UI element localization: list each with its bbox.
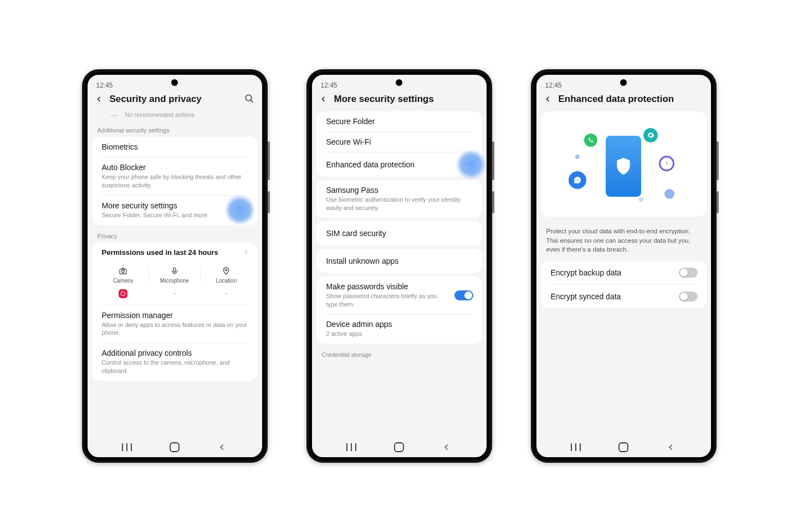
- permissions-24h-label: Permissions used in last 24 hours: [102, 248, 248, 257]
- perm-camera-label: Camera: [113, 278, 133, 284]
- section-additional-security: Additional security settings: [88, 122, 262, 136]
- front-camera: [171, 79, 178, 86]
- home-button[interactable]: [616, 440, 631, 454]
- svg-rect-6: [395, 443, 403, 452]
- auto-blocker-sub: Keep your phone safe by blocking threats…: [102, 173, 248, 190]
- samsung-pass-row[interactable]: Samsung Pass Use biometric authenticatio…: [316, 180, 482, 218]
- perm-camera-col: Camera: [98, 267, 149, 284]
- tap-indicator-icon: [224, 195, 255, 226]
- install-unknown-row[interactable]: Install unknown apps: [316, 249, 482, 273]
- biometrics-label: Biometrics: [102, 142, 248, 151]
- header: More security settings: [312, 90, 487, 110]
- encrypt-synced-row[interactable]: Encrypt synced data: [541, 285, 707, 308]
- permissions-icons-row: Camera Microphone Location: [92, 262, 258, 287]
- search-button[interactable]: [244, 94, 255, 105]
- perm-location-col: Location: [200, 267, 252, 284]
- sim-security-label: SIM card security: [326, 229, 472, 238]
- svg-rect-5: [170, 443, 179, 452]
- page-title: Enhanced data protection: [559, 94, 704, 105]
- encrypt-backup-row[interactable]: Encrypt backup data: [541, 261, 707, 284]
- header: Enhanced data protection: [536, 90, 711, 110]
- nav-bar: [536, 437, 711, 457]
- recents-button[interactable]: [120, 440, 134, 454]
- dot-icon: [664, 189, 674, 199]
- sim-security-row[interactable]: SIM card security: [316, 221, 482, 245]
- auto-blocker-row[interactable]: Auto Blocker Keep your phone safe by blo…: [92, 157, 258, 195]
- edp-label: Enhanced data protection: [326, 160, 472, 169]
- passwords-visible-row[interactable]: Make passwords visible Show password cha…: [316, 277, 482, 314]
- svg-point-2: [121, 270, 124, 273]
- nav-back-button[interactable]: [215, 440, 229, 454]
- phone-3: 12:45 Enhanced data protection Protect: [531, 69, 717, 463]
- perm-mic-dash: -: [149, 289, 201, 299]
- back-button[interactable]: [94, 94, 104, 104]
- permission-manager-label: Permission manager: [102, 311, 248, 320]
- samsung-pass-label: Samsung Pass: [326, 186, 472, 195]
- nav-back-button[interactable]: [439, 440, 454, 454]
- perm-loc-dash: -: [201, 289, 252, 299]
- encrypt-synced-toggle[interactable]: [679, 291, 698, 301]
- front-camera: [396, 79, 402, 86]
- passwords-visible-sub: Show password characters briefly as you …: [326, 292, 472, 309]
- shield-icon: [616, 157, 631, 176]
- passwords-visible-label: Make passwords visible: [326, 282, 472, 291]
- nav-bar: [88, 437, 262, 457]
- recents-button[interactable]: [344, 440, 359, 454]
- status-time: 12:45: [545, 81, 562, 89]
- page-title: More security settings: [334, 94, 480, 105]
- nav-bar: [312, 437, 487, 457]
- svg-rect-3: [173, 268, 176, 272]
- svg-point-7: [575, 180, 576, 181]
- permissions-24h-row[interactable]: Permissions used in last 24 hours: [92, 243, 258, 262]
- perm-microphone-col: Microphone: [149, 267, 200, 284]
- secure-wifi-label: Secure Wi-Fi: [326, 137, 472, 146]
- encrypt-backup-label: Encrypt backup data: [551, 268, 697, 277]
- secure-wifi-row[interactable]: Secure Wi-Fi: [316, 132, 482, 152]
- home-button[interactable]: [167, 440, 182, 454]
- svg-point-8: [577, 180, 578, 181]
- additional-privacy-label: Additional privacy controls: [102, 349, 248, 357]
- secure-folder-row[interactable]: Secure Folder: [316, 111, 482, 131]
- phone-1: 12:45 Security and privacy No recommende…: [82, 69, 268, 463]
- additional-privacy-row[interactable]: Additional privacy controls Control acce…: [92, 343, 258, 381]
- secure-folder-label: Secure Folder: [326, 117, 472, 126]
- recents-button[interactable]: [569, 440, 583, 454]
- camera-icon: [119, 267, 127, 275]
- dot-icon: [639, 197, 643, 202]
- device-admin-row[interactable]: Device admin apps 2 active apps: [316, 314, 482, 344]
- credential-storage-header: Credential storage: [312, 347, 487, 360]
- back-button[interactable]: [543, 94, 553, 104]
- status-time: 12:45: [96, 81, 113, 89]
- home-button[interactable]: [392, 440, 406, 454]
- encrypt-backup-toggle[interactable]: [679, 268, 698, 278]
- permission-manager-row[interactable]: Permission manager Allow or deny apps to…: [92, 305, 258, 343]
- gear-icon: [643, 128, 658, 142]
- permissions-apps-row: - -: [92, 287, 258, 305]
- clock-icon: [659, 156, 674, 171]
- location-icon: [222, 267, 231, 275]
- enhanced-data-protection-row[interactable]: Enhanced data protection: [316, 152, 482, 177]
- dot-icon: [575, 155, 580, 159]
- hero-illustration: [541, 111, 707, 217]
- install-unknown-label: Install unknown apps: [326, 257, 472, 265]
- svg-point-9: [578, 180, 579, 181]
- edp-description: Protect your cloud data with end-to-end …: [536, 222, 711, 260]
- chat-icon: [569, 171, 586, 189]
- back-button[interactable]: [319, 94, 329, 104]
- front-camera: [620, 79, 627, 86]
- page-title: Security and privacy: [110, 94, 239, 105]
- nav-back-button[interactable]: [664, 440, 678, 454]
- passwords-visible-toggle[interactable]: [454, 290, 473, 300]
- more-security-row[interactable]: More security settings Secure Folder, Se…: [92, 196, 258, 225]
- additional-privacy-sub: Control access to the camera, microphone…: [102, 359, 248, 375]
- samsung-pass-sub: Use biometric authentication to verify y…: [326, 196, 472, 212]
- auto-blocker-label: Auto Blocker: [102, 163, 248, 172]
- microphone-icon: [170, 267, 179, 275]
- biometrics-row[interactable]: Biometrics: [92, 137, 258, 157]
- phone-illustration-icon: [606, 136, 641, 197]
- more-security-label: More security settings: [102, 201, 248, 210]
- phone-call-icon: [584, 134, 597, 147]
- permission-manager-sub: Allow or deny apps to access features or…: [102, 321, 248, 337]
- more-security-sub: Secure Folder, Secure Wi-Fi, and more: [102, 211, 248, 219]
- perm-loc-label: Location: [216, 278, 237, 284]
